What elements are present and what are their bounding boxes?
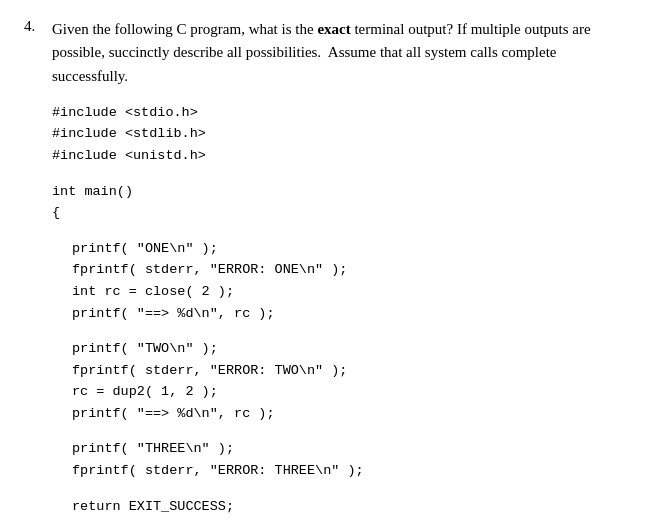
block3-line1: printf( "THREE\n" ); [72, 438, 636, 460]
include-stdio: #include <stdio.h> [52, 102, 636, 124]
block2-line3: rc = dup2( 1, 2 ); [72, 381, 636, 403]
include-stdlib: #include <stdlib.h> [52, 123, 636, 145]
block2-line2: fprintf( stderr, "ERROR: TWO\n" ); [72, 360, 636, 382]
block3-line2: fprintf( stderr, "ERROR: THREE\n" ); [72, 460, 636, 482]
question-4: 4. Given the following C program, what i… [24, 18, 636, 531]
includes-section: #include <stdio.h> #include <stdlib.h> #… [52, 102, 636, 167]
block-3: printf( "THREE\n" ); fprintf( stderr, "E… [52, 438, 636, 481]
block1-line3: int rc = close( 2 ); [72, 281, 636, 303]
bold-exact: exact [317, 21, 350, 37]
question-text: Given the following C program, what is t… [52, 18, 636, 88]
block2-line1: printf( "TWO\n" ); [72, 338, 636, 360]
block1-line4: printf( "==> %d\n", rc ); [72, 303, 636, 325]
block1-line1: printf( "ONE\n" ); [72, 238, 636, 260]
return-statement: return EXIT_SUCCESS; [72, 496, 636, 518]
block1-line2: fprintf( stderr, "ERROR: ONE\n" ); [72, 259, 636, 281]
block2-line4: printf( "==> %d\n", rc ); [72, 403, 636, 425]
open-brace: { [52, 202, 636, 224]
question-body: Given the following C program, what is t… [52, 18, 636, 531]
main-signature: int main() [52, 181, 636, 203]
block-1: printf( "ONE\n" ); fprintf( stderr, "ERR… [52, 238, 636, 324]
block-2: printf( "TWO\n" ); fprintf( stderr, "ERR… [52, 338, 636, 424]
main-sig-section: int main() { [52, 181, 636, 224]
question-number: 4. [24, 18, 52, 531]
block-4: return EXIT_SUCCESS; [52, 496, 636, 518]
include-unistd: #include <unistd.h> [52, 145, 636, 167]
code-block: #include <stdio.h> #include <stdlib.h> #… [52, 102, 636, 531]
